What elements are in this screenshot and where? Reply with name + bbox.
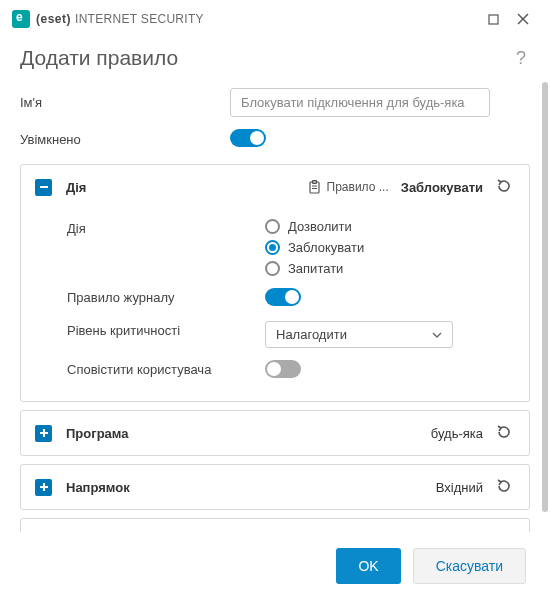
chevron-down-icon (432, 332, 442, 338)
name-input[interactable] (230, 88, 490, 117)
section-program-header[interactable]: Програма будь-яка (21, 411, 529, 455)
enabled-label: Увімкнено (20, 132, 230, 147)
section-direction-header[interactable]: Напрямок Вхідний (21, 465, 529, 509)
footer: OK Скасувати (0, 532, 550, 600)
page-title: Додати правило (20, 46, 512, 70)
section-direction-title: Напрямок (66, 480, 130, 495)
cancel-button[interactable]: Скасувати (413, 548, 526, 584)
brand-name: (eset) (36, 12, 71, 26)
revert-icon[interactable] (495, 423, 515, 443)
svg-rect-9 (43, 429, 45, 437)
scrollbar[interactable] (542, 82, 548, 532)
severity-select[interactable]: Налагодити (265, 321, 453, 348)
scrollbar-thumb[interactable] (542, 82, 548, 512)
collapse-icon (35, 179, 52, 196)
action-option-label: Дія (35, 219, 265, 236)
radio-icon (265, 261, 280, 276)
section-protocol: IP protocol TCP і UDP (20, 518, 530, 532)
log-rule-label: Правило журналу (35, 288, 265, 305)
header: Додати правило ? (0, 38, 550, 82)
revert-icon[interactable] (495, 177, 515, 197)
enabled-toggle[interactable] (230, 129, 266, 147)
ok-button[interactable]: OK (336, 548, 400, 584)
radio-allow-label: Дозволити (288, 219, 352, 234)
radio-ask[interactable]: Запитати (265, 261, 515, 276)
section-action-meta: Правило ... (308, 180, 389, 194)
content-area: Ім'я Увімкнено Дія Правило ... Заблокува… (0, 82, 550, 532)
radio-block[interactable]: Заблокувати (265, 240, 515, 255)
section-direction-value: Вхідний (436, 480, 483, 495)
section-action-title: Дія (66, 180, 86, 195)
expand-icon (35, 425, 52, 442)
close-button[interactable] (508, 8, 538, 30)
name-row: Ім'я (20, 82, 530, 123)
svg-rect-11 (43, 483, 45, 491)
section-program: Програма будь-яка (20, 410, 530, 456)
radio-block-label: Заблокувати (288, 240, 364, 255)
section-action-value: Заблокувати (401, 180, 483, 195)
section-protocol-header[interactable]: IP protocol TCP і UDP (21, 519, 529, 532)
brand-product: INTERNET SECURITY (75, 12, 204, 26)
maximize-button[interactable] (478, 8, 508, 30)
radio-ask-label: Запитати (288, 261, 343, 276)
radio-icon (265, 240, 280, 255)
name-label: Ім'я (20, 95, 230, 110)
notify-toggle[interactable] (265, 360, 301, 378)
brand-logo-icon (12, 10, 30, 28)
section-action-body: Дія Дозволити Заблокувати За (21, 209, 529, 401)
help-button[interactable]: ? (512, 48, 530, 69)
revert-icon[interactable] (495, 477, 515, 497)
section-program-title: Програма (66, 426, 129, 441)
svg-rect-3 (40, 186, 48, 188)
log-rule-toggle[interactable] (265, 288, 301, 306)
section-program-value: будь-яка (431, 426, 483, 441)
severity-value: Налагодити (276, 327, 432, 342)
expand-icon (35, 479, 52, 496)
titlebar: (eset) INTERNET SECURITY (0, 0, 550, 38)
svg-rect-0 (489, 15, 498, 24)
action-radio-group: Дозволити Заблокувати Запитати (265, 219, 515, 276)
radio-allow[interactable]: Дозволити (265, 219, 515, 234)
section-direction: Напрямок Вхідний (20, 464, 530, 510)
section-action: Дія Правило ... Заблокувати Дія (20, 164, 530, 402)
clipboard-icon (308, 180, 321, 194)
notify-label: Сповістити користувача (35, 360, 265, 377)
severity-label: Рівень критичності (35, 321, 265, 338)
enabled-row: Увімкнено (20, 123, 530, 156)
radio-icon (265, 219, 280, 234)
revert-icon[interactable] (495, 531, 515, 532)
section-action-header[interactable]: Дія Правило ... Заблокувати (21, 165, 529, 209)
rule-meta-label: Правило ... (327, 180, 389, 194)
